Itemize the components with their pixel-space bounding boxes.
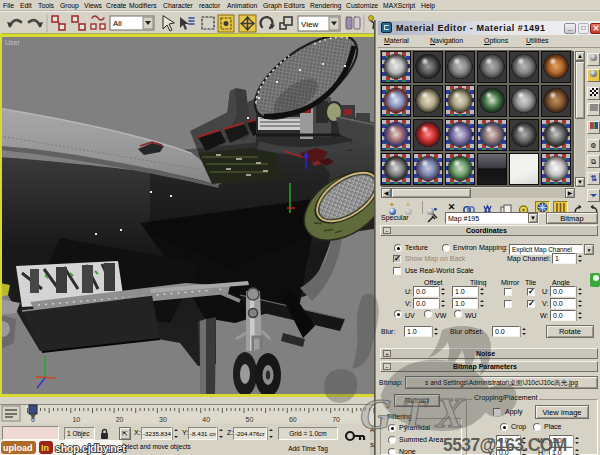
svg-text:60: 60 <box>289 416 297 423</box>
svg-text:50: 50 <box>246 416 254 423</box>
svg-text:30: 30 <box>159 416 167 423</box>
svg-text:All: All <box>113 19 122 28</box>
svg-text:10: 10 <box>72 416 80 423</box>
svg-text:40: 40 <box>202 416 210 423</box>
svg-text:70: 70 <box>332 416 340 423</box>
svg-text:View: View <box>301 20 318 29</box>
svg-text:20: 20 <box>116 416 124 423</box>
